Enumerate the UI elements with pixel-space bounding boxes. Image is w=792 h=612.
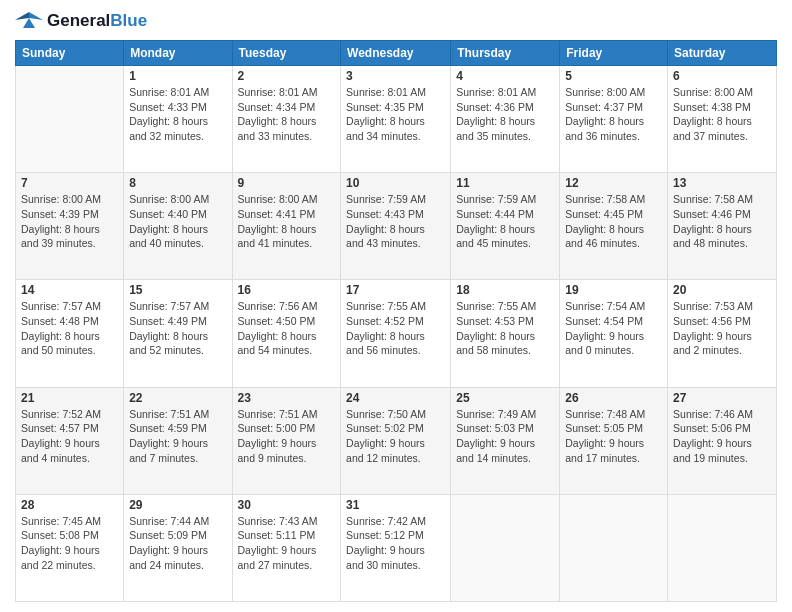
day-number: 24 [346,391,445,405]
svg-marker-2 [23,18,35,28]
day-info: Sunrise: 7:48 AMSunset: 5:05 PMDaylight:… [565,407,662,466]
day-cell: 11Sunrise: 7:59 AMSunset: 4:44 PMDayligh… [451,173,560,280]
day-cell: 8Sunrise: 8:00 AMSunset: 4:40 PMDaylight… [124,173,232,280]
day-cell: 21Sunrise: 7:52 AMSunset: 4:57 PMDayligh… [16,387,124,494]
day-cell: 29Sunrise: 7:44 AMSunset: 5:09 PMDayligh… [124,494,232,601]
day-info: Sunrise: 7:52 AMSunset: 4:57 PMDaylight:… [21,407,118,466]
day-info: Sunrise: 8:00 AMSunset: 4:38 PMDaylight:… [673,85,771,144]
day-number: 12 [565,176,662,190]
day-number: 30 [238,498,336,512]
day-cell: 14Sunrise: 7:57 AMSunset: 4:48 PMDayligh… [16,280,124,387]
day-cell: 18Sunrise: 7:55 AMSunset: 4:53 PMDayligh… [451,280,560,387]
day-number: 8 [129,176,226,190]
day-cell [668,494,777,601]
logo: GeneralBlue [15,10,147,32]
week-row-1: 1Sunrise: 8:01 AMSunset: 4:33 PMDaylight… [16,66,777,173]
day-number: 6 [673,69,771,83]
day-cell: 7Sunrise: 8:00 AMSunset: 4:39 PMDaylight… [16,173,124,280]
day-cell [560,494,668,601]
day-info: Sunrise: 7:55 AMSunset: 4:53 PMDaylight:… [456,299,554,358]
week-row-5: 28Sunrise: 7:45 AMSunset: 5:08 PMDayligh… [16,494,777,601]
week-row-4: 21Sunrise: 7:52 AMSunset: 4:57 PMDayligh… [16,387,777,494]
day-info: Sunrise: 7:58 AMSunset: 4:46 PMDaylight:… [673,192,771,251]
weekday-header-tuesday: Tuesday [232,41,341,66]
day-cell: 27Sunrise: 7:46 AMSunset: 5:06 PMDayligh… [668,387,777,494]
day-number: 20 [673,283,771,297]
day-number: 10 [346,176,445,190]
day-info: Sunrise: 7:57 AMSunset: 4:48 PMDaylight:… [21,299,118,358]
day-info: Sunrise: 8:00 AMSunset: 4:40 PMDaylight:… [129,192,226,251]
week-row-2: 7Sunrise: 8:00 AMSunset: 4:39 PMDaylight… [16,173,777,280]
day-number: 3 [346,69,445,83]
day-info: Sunrise: 7:51 AMSunset: 5:00 PMDaylight:… [238,407,336,466]
day-cell: 12Sunrise: 7:58 AMSunset: 4:45 PMDayligh… [560,173,668,280]
day-cell: 31Sunrise: 7:42 AMSunset: 5:12 PMDayligh… [341,494,451,601]
day-info: Sunrise: 7:45 AMSunset: 5:08 PMDaylight:… [21,514,118,573]
day-info: Sunrise: 8:01 AMSunset: 4:34 PMDaylight:… [238,85,336,144]
day-cell: 9Sunrise: 8:00 AMSunset: 4:41 PMDaylight… [232,173,341,280]
day-info: Sunrise: 8:01 AMSunset: 4:35 PMDaylight:… [346,85,445,144]
day-info: Sunrise: 7:50 AMSunset: 5:02 PMDaylight:… [346,407,445,466]
header: GeneralBlue [15,10,777,32]
day-info: Sunrise: 7:56 AMSunset: 4:50 PMDaylight:… [238,299,336,358]
day-info: Sunrise: 8:00 AMSunset: 4:37 PMDaylight:… [565,85,662,144]
weekday-header-thursday: Thursday [451,41,560,66]
day-info: Sunrise: 7:54 AMSunset: 4:54 PMDaylight:… [565,299,662,358]
day-number: 1 [129,69,226,83]
weekday-header-monday: Monday [124,41,232,66]
day-cell: 30Sunrise: 7:43 AMSunset: 5:11 PMDayligh… [232,494,341,601]
day-cell: 20Sunrise: 7:53 AMSunset: 4:56 PMDayligh… [668,280,777,387]
weekday-header-saturday: Saturday [668,41,777,66]
day-number: 31 [346,498,445,512]
day-cell: 22Sunrise: 7:51 AMSunset: 4:59 PMDayligh… [124,387,232,494]
day-cell: 10Sunrise: 7:59 AMSunset: 4:43 PMDayligh… [341,173,451,280]
day-cell: 23Sunrise: 7:51 AMSunset: 5:00 PMDayligh… [232,387,341,494]
day-info: Sunrise: 7:44 AMSunset: 5:09 PMDaylight:… [129,514,226,573]
svg-marker-0 [29,12,43,20]
day-info: Sunrise: 8:00 AMSunset: 4:39 PMDaylight:… [21,192,118,251]
day-number: 18 [456,283,554,297]
day-info: Sunrise: 7:59 AMSunset: 4:44 PMDaylight:… [456,192,554,251]
day-cell: 4Sunrise: 8:01 AMSunset: 4:36 PMDaylight… [451,66,560,173]
day-cell [451,494,560,601]
day-number: 26 [565,391,662,405]
day-number: 2 [238,69,336,83]
day-cell: 17Sunrise: 7:55 AMSunset: 4:52 PMDayligh… [341,280,451,387]
day-number: 29 [129,498,226,512]
day-cell: 15Sunrise: 7:57 AMSunset: 4:49 PMDayligh… [124,280,232,387]
day-cell: 13Sunrise: 7:58 AMSunset: 4:46 PMDayligh… [668,173,777,280]
day-number: 22 [129,391,226,405]
day-number: 17 [346,283,445,297]
day-info: Sunrise: 8:01 AMSunset: 4:36 PMDaylight:… [456,85,554,144]
day-info: Sunrise: 8:01 AMSunset: 4:33 PMDaylight:… [129,85,226,144]
day-cell: 26Sunrise: 7:48 AMSunset: 5:05 PMDayligh… [560,387,668,494]
day-number: 13 [673,176,771,190]
weekday-header-sunday: Sunday [16,41,124,66]
page: GeneralBlue SundayMondayTuesdayWednesday… [0,0,792,612]
day-info: Sunrise: 8:00 AMSunset: 4:41 PMDaylight:… [238,192,336,251]
logo-text: GeneralBlue [47,12,147,31]
day-info: Sunrise: 7:59 AMSunset: 4:43 PMDaylight:… [346,192,445,251]
day-number: 7 [21,176,118,190]
day-cell: 5Sunrise: 8:00 AMSunset: 4:37 PMDaylight… [560,66,668,173]
day-cell: 6Sunrise: 8:00 AMSunset: 4:38 PMDaylight… [668,66,777,173]
day-cell: 25Sunrise: 7:49 AMSunset: 5:03 PMDayligh… [451,387,560,494]
week-row-3: 14Sunrise: 7:57 AMSunset: 4:48 PMDayligh… [16,280,777,387]
day-cell [16,66,124,173]
day-info: Sunrise: 7:58 AMSunset: 4:45 PMDaylight:… [565,192,662,251]
day-info: Sunrise: 7:43 AMSunset: 5:11 PMDaylight:… [238,514,336,573]
day-number: 15 [129,283,226,297]
day-cell: 24Sunrise: 7:50 AMSunset: 5:02 PMDayligh… [341,387,451,494]
day-cell: 19Sunrise: 7:54 AMSunset: 4:54 PMDayligh… [560,280,668,387]
day-number: 14 [21,283,118,297]
day-number: 23 [238,391,336,405]
day-cell: 2Sunrise: 8:01 AMSunset: 4:34 PMDaylight… [232,66,341,173]
day-number: 25 [456,391,554,405]
day-cell: 16Sunrise: 7:56 AMSunset: 4:50 PMDayligh… [232,280,341,387]
day-cell: 1Sunrise: 8:01 AMSunset: 4:33 PMDaylight… [124,66,232,173]
day-cell: 28Sunrise: 7:45 AMSunset: 5:08 PMDayligh… [16,494,124,601]
day-number: 27 [673,391,771,405]
day-info: Sunrise: 7:57 AMSunset: 4:49 PMDaylight:… [129,299,226,358]
day-number: 16 [238,283,336,297]
day-number: 9 [238,176,336,190]
